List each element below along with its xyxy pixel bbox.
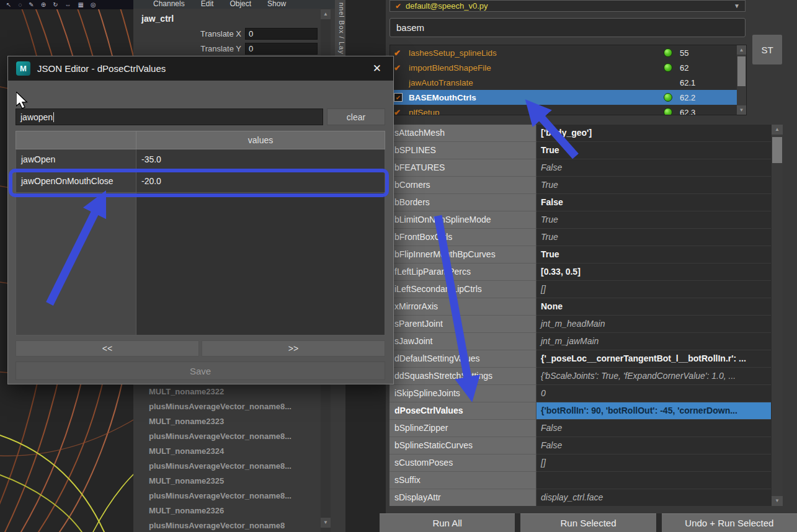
attribute-row[interactable]: bLimitOnNonSplineMode True [390, 211, 771, 229]
attribute-row[interactable]: bBorders False [390, 194, 771, 211]
menu-item[interactable]: Edit [201, 0, 214, 8]
menu-item[interactable]: Object [229, 0, 251, 8]
scrollbar-thumb[interactable] [772, 137, 782, 163]
preset-dropdown[interactable]: ✔ default@speech_v0.py ▼ [390, 0, 746, 12]
prev-page-button[interactable]: << [16, 340, 199, 357]
next-page-button[interactable]: >> [202, 340, 385, 357]
scale-tool-icon[interactable]: ⇔ [65, 2, 71, 8]
attribute-row[interactable]: bSplineZipper False [390, 420, 771, 437]
status-dot-icon [664, 63, 672, 72]
attribute-name: ddSquashStretchSettings [390, 368, 537, 385]
attribute-value: True [537, 142, 771, 159]
attribute-row[interactable]: iLeftSecondaryLipCtrls [] [390, 281, 771, 298]
scrollbar-thumb[interactable] [737, 56, 746, 86]
menu-item[interactable]: Channels [153, 0, 185, 8]
paint-select-icon[interactable]: ✎ [29, 2, 33, 8]
key-column-header [16, 131, 136, 149]
maya-window: ↖ ◌ ✎ ⊕ ↻ ⇔ ▦ ◎ ChannelsEditObjectShow j… [0, 0, 797, 532]
attr-value-translate-y[interactable] [245, 43, 318, 55]
close-icon[interactable]: ✕ [369, 61, 385, 76]
attribute-row[interactable]: iSkipSplineJoints 0 [390, 385, 771, 402]
script-list-item[interactable]: ✔ nlfSetup 62.3 [390, 105, 746, 115]
attribute-row[interactable]: dDefaultSettingValues {'_poseLoc__corner… [390, 350, 771, 368]
attribute-row[interactable]: sJawJoint jnt_m_jawMain [390, 333, 771, 350]
dialog-titlebar[interactable]: M JSON Editor - dPoseCtrlValues ✕ [8, 56, 393, 81]
attribute-name: fLeftLipParamPercs [390, 264, 537, 281]
attribute-name: dPoseCtrlValues [390, 402, 537, 420]
history-node-item[interactable]: MULT_noname2323 [149, 414, 319, 429]
history-node-item[interactable]: plusMinusAverageVector_noname8... [149, 429, 319, 444]
attr-label-translate-x: Translate X [133, 29, 245, 38]
attribute-value: False [537, 437, 771, 454]
attribute-row[interactable]: sCustomPoses [] [390, 454, 771, 472]
history-node-item[interactable]: MULT_noname2324 [149, 444, 319, 459]
attribute-row[interactable]: fLeftLipParamPercs [0.33, 0.5] [390, 264, 771, 281]
attribute-value: display_ctrl.face [537, 489, 771, 506]
history-node-item[interactable]: MULT_noname2322 [149, 384, 319, 399]
run-button[interactable]: Run All [380, 513, 515, 532]
scroll-down-icon[interactable]: ▼ [772, 496, 783, 506]
attribute-value: {'bScaleJoints': True, 'fExpandCornerVal… [537, 368, 771, 385]
script-list: ✔ lashesSetup_splineLids 55 ✔ [390, 45, 747, 115]
menu-item[interactable]: Show [267, 0, 286, 8]
attribute-value: {'_poseLoc__cornerTangentBot_l__botRollI… [537, 350, 771, 368]
row-value[interactable]: -35.0 [136, 149, 385, 171]
scroll-down-icon[interactable]: ▼ [737, 105, 746, 115]
attribute-row[interactable]: bFEATURES False [390, 159, 771, 177]
history-node-item[interactable]: MULT_noname2325 [149, 474, 319, 489]
scroll-down-icon[interactable]: ▼ [321, 518, 331, 528]
attribute-value: True [537, 229, 771, 246]
attribute-row[interactable]: xMirrorAxis None [390, 298, 771, 316]
history-node-item[interactable]: plusMinusAverageVector_noname8... [149, 459, 319, 474]
save-button[interactable]: Save [16, 361, 385, 380]
attribute-value: False [537, 194, 771, 211]
history-node-list: MULT_noname2322plusMinusAverageVector_no… [149, 384, 319, 532]
attribute-row[interactable]: bFrontBoxCtrls True [390, 229, 771, 246]
rotate-tool-icon[interactable]: ↻ [53, 2, 58, 8]
attribute-row[interactable]: bSPLINES True [390, 142, 771, 159]
script-search-input[interactable] [390, 18, 746, 37]
history-node-item[interactable]: MULT_noname2326 [149, 503, 319, 518]
check-icon: ✔ [394, 48, 401, 58]
run-button[interactable]: Undo + Run Selected [662, 513, 797, 532]
maya-app-icon: M [16, 61, 30, 76]
attribute-row[interactable]: bFlipInnerMouthBpCurves True [390, 246, 771, 264]
scroll-up-icon[interactable]: ▲ [737, 45, 746, 55]
script-list-scrollbar[interactable]: ▲ ▼ [737, 45, 746, 115]
attribute-row[interactable]: bCorners True [390, 177, 771, 194]
attribute-row[interactable]: sParentJoint jnt_m_headMain [390, 316, 771, 333]
attribute-table-scrollbar[interactable]: ▲ ▼ [772, 125, 783, 506]
attribute-value: [0.33, 0.5] [537, 264, 771, 281]
json-editor-search-input[interactable]: jawopen [16, 109, 323, 125]
attribute-row[interactable]: sDisplayAttr display_ctrl.face [390, 489, 771, 506]
scroll-up-icon[interactable]: ▲ [321, 9, 331, 19]
select-tool-icon[interactable]: ↖ [6, 2, 11, 8]
attr-value-translate-x[interactable] [245, 28, 318, 40]
lasso-select-icon[interactable]: ◌ [18, 2, 22, 8]
attribute-row[interactable]: sAttachMesh ['body_geo'] [390, 125, 771, 142]
attribute-row[interactable]: ddSquashStretchSettings {'bScaleJoints':… [390, 368, 771, 385]
clear-button[interactable]: clear [327, 109, 385, 125]
script-list-item[interactable]: jawAutoTranslate 62.1 [390, 75, 746, 90]
script-list-item[interactable]: ✔ lashesSetup_splineLids 55 [390, 45, 746, 60]
table-row-jawopenonmouthclose[interactable]: jawOpenOnMouthClose -20.0 [16, 171, 385, 193]
attribute-row[interactable]: dPoseCtrlValues {'botRollIn': 90, 'botRo… [390, 402, 771, 420]
snap-grid-icon[interactable]: ▦ [78, 2, 84, 8]
row-value[interactable]: -20.0 [136, 171, 385, 193]
script-list-item[interactable]: ✔ importBlendShapeFile 62 [390, 60, 746, 75]
checkbox-checked-icon[interactable]: ✔ [394, 93, 403, 102]
history-node-item[interactable]: plusMinusAverageVector_noname8... [149, 489, 319, 503]
attribute-value: 0 [537, 385, 771, 402]
run-button[interactable]: Run Selected [520, 513, 656, 532]
script-list-item[interactable]: ✔ BASEMouthCtrls 62.2 [390, 90, 746, 105]
history-node-item[interactable]: plusMinusAverageVector_noname8... [149, 399, 319, 414]
script-name: lashesSetup_splineLids [409, 48, 661, 58]
history-node-item[interactable]: plusMinusAverageVector_noname8 [149, 518, 319, 532]
attribute-row[interactable]: bSplineStaticCurves False [390, 437, 771, 454]
snap-point-icon[interactable]: ◎ [91, 2, 96, 8]
st-button[interactable]: ST [752, 35, 782, 64]
move-tool-icon[interactable]: ⊕ [41, 2, 46, 8]
scroll-up-icon[interactable]: ▲ [772, 125, 783, 135]
attribute-row[interactable]: sSuffix [390, 472, 771, 489]
table-row-jawopen[interactable]: jawOpen -35.0 [16, 149, 385, 171]
